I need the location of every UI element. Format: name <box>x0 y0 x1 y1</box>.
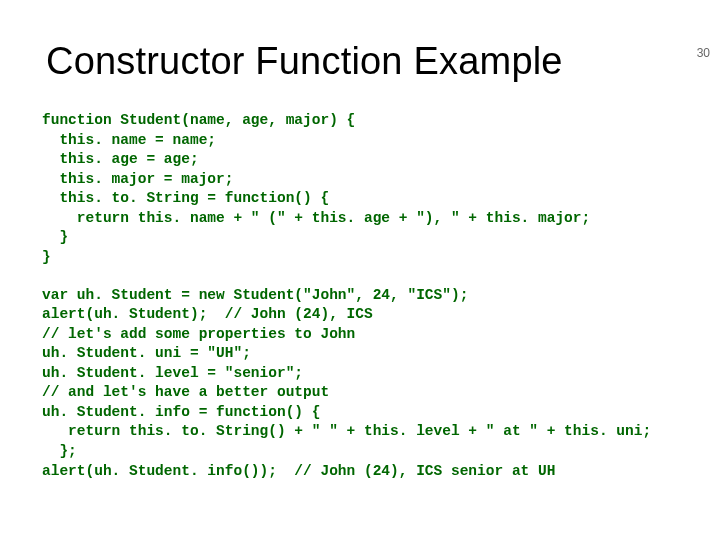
page-number: 30 <box>697 46 710 60</box>
slide: 30 Constructor Function Example function… <box>0 40 720 540</box>
code-block-constructor: function Student(name, age, major) { thi… <box>42 111 720 268</box>
slide-title: Constructor Function Example <box>46 40 720 83</box>
code-block-usage: var uh. Student = new Student("John", 24… <box>42 286 720 482</box>
